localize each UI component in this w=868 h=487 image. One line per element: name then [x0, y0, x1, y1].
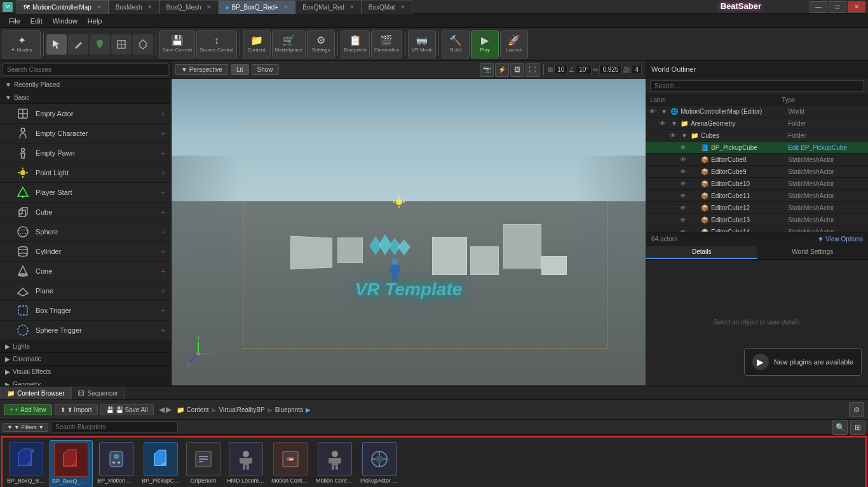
menu-item-edit[interactable]: Edit: [25, 16, 48, 26]
tab-close[interactable]: ✕: [349, 4, 355, 10]
vis-icon[interactable]: 👁: [677, 217, 689, 223]
breadcrumb-content[interactable]: Content: [187, 406, 209, 413]
tab-close[interactable]: ✕: [97, 4, 102, 10]
outliner-row-cube14[interactable]: 👁 📦 EditorCube14 StaticMeshActor: [646, 226, 868, 232]
asset-pickup-interface[interactable]: PickupActor Interface: [358, 440, 400, 487]
launch-button[interactable]: 🚀 Launch: [500, 30, 528, 58]
menu-item-help[interactable]: Help: [83, 16, 107, 26]
vr-mode-button[interactable]: 🥽 VR Mode: [408, 30, 436, 58]
view-options[interactable]: ▼ View Options: [818, 236, 863, 243]
tab-details[interactable]: Details: [646, 246, 757, 259]
outliner-row-world[interactable]: 👁 ▼ 🌐 MotionControllerMap (Editor) World: [646, 105, 868, 117]
asset-grip-enum[interactable]: GripEnum: [184, 440, 222, 487]
section-visual-effects[interactable]: ▶ Visual Effects: [0, 366, 171, 378]
box-trigger-add[interactable]: +: [161, 305, 166, 316]
menu-item-file[interactable]: File: [4, 16, 25, 26]
outliner-row-cubes[interactable]: 👁 ▼ 📁 Cubes Folder: [646, 130, 868, 142]
tab-boxmesh[interactable]: BoxMesh ✕: [109, 0, 159, 14]
vis-icon[interactable]: 👁: [677, 156, 689, 163]
close-button[interactable]: ✕: [848, 1, 865, 13]
grid-value[interactable]: 10: [554, 65, 567, 74]
tab-content-browser[interactable]: 📁 Content Browser: [0, 387, 71, 399]
list-item-player-start[interactable]: Player Start +: [0, 183, 171, 203]
menu-item-window[interactable]: Window: [48, 16, 83, 26]
empty-actor-add[interactable]: +: [161, 109, 166, 119]
list-item-empty-pawn[interactable]: Empty Pawn +: [0, 143, 171, 163]
plane-add[interactable]: +: [161, 286, 166, 296]
content-settings-button[interactable]: ⚙: [849, 402, 864, 417]
vis-icon[interactable]: 👁: [677, 168, 689, 175]
search-button[interactable]: 🔍: [832, 420, 848, 435]
outliner-row-cube12[interactable]: 👁 📦 EditorCube12 StaticMeshActor: [646, 202, 868, 214]
scale-value[interactable]: 0.925: [599, 65, 621, 74]
play-button[interactable]: ▶ Play: [471, 30, 499, 58]
tab-close[interactable]: ✕: [400, 4, 405, 10]
tab-boxqmat[interactable]: BoxQMat ✕: [362, 0, 412, 14]
asset-bp-motion-controller[interactable]: BP_Motion Controller: [95, 440, 137, 487]
add-new-button[interactable]: + + Add New: [4, 404, 52, 415]
maximize-button[interactable]: □: [829, 1, 846, 13]
breadcrumb-more[interactable]: ▶: [306, 406, 311, 413]
tab-sequencer[interactable]: 🎞 Sequencer: [71, 387, 125, 399]
asset-bp-boxq-blue[interactable]: BP_BoxQ_Blue: [5, 440, 47, 487]
list-item-box-trigger[interactable]: Box Trigger +: [0, 301, 171, 321]
outliner-row-arena[interactable]: 👁 ▼ 📁 ArenaGeometry Folder: [646, 117, 868, 130]
mode-select[interactable]: [46, 34, 67, 55]
save-all-button[interactable]: 💾 💾 Save All: [100, 404, 154, 415]
asset-motion-haptics[interactable]: ↭ Motion Controller Haptics: [269, 440, 311, 487]
settings-button[interactable]: ⚙ Settings: [307, 30, 335, 58]
minimize-button[interactable]: —: [810, 1, 827, 13]
vis-icon[interactable]: 👁: [677, 204, 689, 211]
cone-add[interactable]: +: [161, 266, 166, 276]
outliner-row-cube9[interactable]: 👁 📦 EditorCube9 StaticMeshActor: [646, 166, 868, 178]
view-options-button[interactable]: ⊞: [850, 420, 865, 435]
cube-add[interactable]: +: [161, 207, 166, 217]
realtime-button[interactable]: ⚡: [495, 63, 509, 77]
point-light-add[interactable]: +: [161, 168, 166, 178]
list-item-cube[interactable]: Cube +: [0, 203, 171, 222]
list-item-cylinder[interactable]: Cylinder +: [0, 242, 171, 262]
list-item-point-light[interactable]: Point Light +: [0, 163, 171, 183]
outliner-row-cube10[interactable]: 👁 📦 EditorCube10 StaticMeshActor: [646, 178, 868, 190]
mode-fracture[interactable]: [133, 34, 153, 55]
cinematics-button[interactable]: 🎬 Cinematics: [371, 30, 403, 58]
tab-boxq-mesh[interactable]: BoxQ_Mesh ✕: [159, 0, 219, 14]
nav-forward[interactable]: ▶: [166, 405, 172, 414]
vis-icon[interactable]: 👁: [656, 120, 669, 127]
nav-back[interactable]: ◀: [159, 405, 165, 414]
list-item-plane[interactable]: Plane +: [0, 281, 171, 301]
vis-icon[interactable]: 👁: [677, 192, 689, 199]
outliner-row-cube13[interactable]: 👁 📦 EditorCube13 StaticMeshActor: [646, 214, 868, 226]
vis-icon[interactable]: 👁: [677, 144, 689, 151]
asset-bp-pickup-cube[interactable]: BP_PickupCube: [140, 440, 182, 487]
asset-hmd-locomotion[interactable]: HMD Locomotion Pawn: [225, 440, 267, 487]
maximize-viewport-button[interactable]: ⛶: [526, 63, 539, 77]
section-cinematic[interactable]: ▶ Cinematic: [0, 353, 171, 366]
mode-paint[interactable]: [68, 34, 88, 55]
vis-icon[interactable]: 👁: [667, 132, 679, 139]
expand-icon[interactable]: ▼: [659, 108, 669, 115]
import-button[interactable]: ⬆ ⬆ Import: [55, 404, 98, 415]
vis-icon[interactable]: 👁: [646, 108, 659, 115]
marketplace-button[interactable]: 🛒 Marketplace: [272, 30, 306, 58]
breadcrumb-vrblueprint[interactable]: VirtualRealityBP: [219, 406, 265, 413]
section-basic[interactable]: ▼ Basic: [0, 91, 171, 104]
tab-world-settings[interactable]: World Settings: [757, 246, 869, 259]
show-button[interactable]: Show: [252, 64, 279, 75]
perspective-button[interactable]: ▼ Perspective: [175, 64, 228, 75]
tab-motion-controller-map[interactable]: 🗺 MotionControllerMap ✕: [17, 0, 109, 14]
asset-motion-pawn[interactable]: Motion Controller Pawn: [314, 440, 356, 487]
tab-close[interactable]: ✕: [147, 4, 153, 10]
lit-button[interactable]: Lit: [231, 64, 249, 75]
3d-viewport[interactable]: VR Template X Y Z: [172, 79, 646, 385]
list-item-cone[interactable]: Cone +: [0, 262, 171, 281]
filter-button[interactable]: ▼ ▼ Filters ▼: [3, 423, 48, 432]
list-item-empty-character[interactable]: Empty Character +: [0, 124, 171, 143]
outliner-row-cube11[interactable]: 👁 📦 EditorCube11 StaticMeshActor: [646, 190, 868, 202]
outliner-search-input[interactable]: [650, 80, 864, 92]
mode-mesh[interactable]: [111, 34, 132, 55]
angle-value[interactable]: 10°: [576, 65, 592, 74]
tab-close[interactable]: ✕: [207, 4, 212, 10]
pawn-add[interactable]: +: [161, 148, 166, 158]
outliner-row-cube8[interactable]: 👁 📦 EditorCube8 StaticMeshActor: [646, 154, 868, 166]
